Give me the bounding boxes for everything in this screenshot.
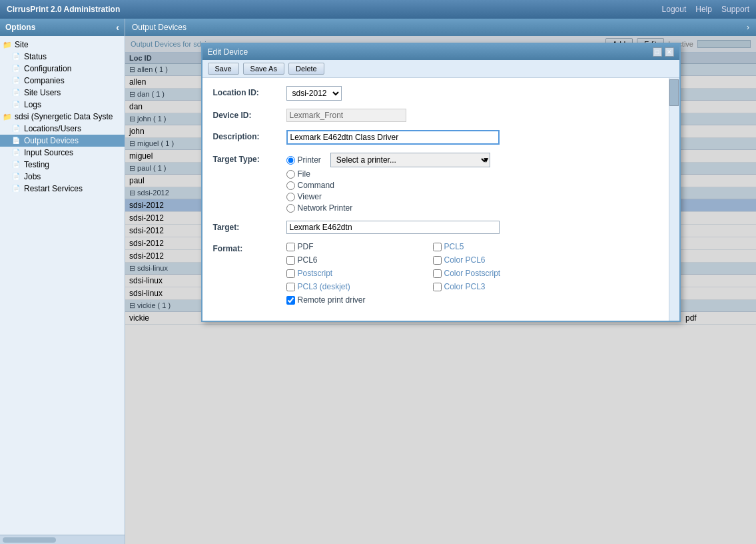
format-postscript-row: Postscript xyxy=(286,269,420,278)
sidebar-item-testing-label: Testing xyxy=(24,160,49,169)
modal-scrollbar-thumb xyxy=(669,79,679,106)
device-id-label: Device ID: xyxy=(213,109,286,120)
format-pcl6-row: PCL6 xyxy=(286,255,420,265)
sidebar-item-testing[interactable]: 📄 Testing xyxy=(0,159,125,171)
radio-printer[interactable] xyxy=(286,156,295,165)
location-id-select[interactable]: sdsi-2012 xyxy=(286,86,342,101)
location-id-control: sdsi-2012 xyxy=(286,86,658,101)
radio-viewer[interactable] xyxy=(286,193,295,201)
radio-network-printer[interactable] xyxy=(286,204,295,213)
target-type-label: Target Type: xyxy=(213,153,286,164)
radio-printer-label: Printer xyxy=(298,155,321,165)
sidebar-item-logs[interactable]: 📄 Logs xyxy=(0,99,125,111)
format-color-postscript-label: Color Postscript xyxy=(444,269,501,278)
format-row: Format: PDF xyxy=(213,242,658,305)
modal-save-button[interactable]: Save xyxy=(208,63,239,75)
description-row: Description: xyxy=(213,130,658,145)
radio-command[interactable] xyxy=(286,181,295,190)
modal-minimize-button[interactable]: □ xyxy=(653,47,662,57)
output-devices-panel: Output Devices for sdsi Add Edit Inactiv… xyxy=(125,36,756,544)
modal-title: Edit Device xyxy=(208,47,248,57)
format-remote-print-driver-row: Remote print driver xyxy=(286,295,566,305)
description-control xyxy=(286,130,658,145)
sidebar-item-input-sources[interactable]: 📄 Input Sources xyxy=(0,147,125,159)
device-id-input[interactable] xyxy=(286,109,406,122)
page-icon: 📄 xyxy=(12,125,23,133)
sidebar-item-status-label: Status xyxy=(24,52,47,61)
radio-viewer-label: Viewer xyxy=(298,192,322,201)
sidebar: Options ‹ 📁 Site 📄 Status 📄 Configuratio… xyxy=(0,19,125,544)
sidebar-header: Options ‹ xyxy=(0,19,125,36)
radio-command-row: Command xyxy=(286,181,490,190)
format-pcl3-row: PCL3 (deskjet) xyxy=(286,282,420,291)
content-header-title: Output Devices xyxy=(132,23,187,32)
sidebar-item-status[interactable]: 📄 Status xyxy=(0,51,125,63)
sidebar-item-site[interactable]: 📁 Site xyxy=(0,39,125,51)
page-icon: 📄 xyxy=(12,101,23,109)
location-id-row: Location ID: sdsi-2012 xyxy=(213,86,658,101)
sidebar-item-locations-users-label: Locations/Users xyxy=(24,124,81,133)
description-label: Description: xyxy=(213,130,286,141)
sidebar-item-site-users[interactable]: 📄 Site Users xyxy=(0,87,125,99)
radio-file-label: File xyxy=(298,169,310,179)
page-icon: 📄 xyxy=(12,173,23,181)
printer-select-row: Select a printer... ▼ xyxy=(330,153,490,167)
sidebar-item-sdsi[interactable]: 📁 sdsi (Synergetic Data Syste xyxy=(0,111,125,123)
format-postscript-label: Postscript xyxy=(298,269,333,278)
radio-file[interactable] xyxy=(286,170,295,179)
folder-icon: 📁 xyxy=(3,41,13,49)
format-color-pcl3-row: Color PCL3 xyxy=(433,282,566,291)
logout-link[interactable]: Logout xyxy=(662,5,687,14)
modal-save-as-button[interactable]: Save As xyxy=(243,63,284,75)
help-link[interactable]: Help xyxy=(695,5,712,14)
page-icon: 📄 xyxy=(12,161,23,169)
format-color-pcl6-label: Color PCL6 xyxy=(444,255,486,265)
checkbox-color-pcl6[interactable] xyxy=(433,256,442,265)
format-grid: PDF PCL5 PCL6 xyxy=(286,242,658,305)
sidebar-collapse-icon[interactable]: ‹ xyxy=(116,22,119,33)
checkbox-remote-print-driver[interactable] xyxy=(286,296,295,305)
radio-network-printer-label: Network Printer xyxy=(298,203,353,213)
sidebar-item-configuration-label: Configuration xyxy=(24,64,71,73)
description-input[interactable] xyxy=(286,130,500,145)
page-icon: 📄 xyxy=(12,77,23,85)
sidebar-item-jobs-label: Jobs xyxy=(24,172,41,181)
checkbox-color-pcl3[interactable] xyxy=(433,283,442,291)
sidebar-scrollbar[interactable] xyxy=(0,535,125,544)
target-label: Target: xyxy=(213,221,286,232)
modal-controls: □ ✕ xyxy=(653,47,674,57)
modal-scrollbar[interactable] xyxy=(669,78,679,321)
checkbox-pcl5[interactable] xyxy=(433,243,442,251)
modal-main-area: Location ID: sdsi-2012 Device ID: xyxy=(202,78,679,321)
checkbox-pcl6[interactable] xyxy=(286,256,295,265)
radio-file-row: File xyxy=(286,169,490,179)
radio-network-printer-row: Network Printer xyxy=(286,203,490,213)
format-pdf-label: PDF xyxy=(298,242,314,251)
sidebar-item-logs-label: Logs xyxy=(24,100,41,109)
format-pcl3-label: PCL3 (deskjet) xyxy=(298,282,350,291)
sidebar-item-companies[interactable]: 📄 Companies xyxy=(0,75,125,87)
sidebar-item-jobs[interactable]: 📄 Jobs xyxy=(0,171,125,183)
sidebar-item-restart-services[interactable]: 📄 Restart Services xyxy=(0,183,125,195)
modal-delete-button[interactable]: Delete xyxy=(288,63,324,75)
checkbox-postscript[interactable] xyxy=(286,269,295,278)
folder-icon: 📁 xyxy=(3,113,13,121)
sidebar-item-locations-users[interactable]: 📄 Locations/Users xyxy=(0,123,125,135)
checkbox-color-postscript[interactable] xyxy=(433,269,442,278)
sidebar-item-site-label: Site xyxy=(15,40,29,49)
app-title: CirrusPrint 2.0 Administration xyxy=(7,5,120,14)
target-type-row: Target Type: Printer xyxy=(213,153,658,213)
sidebar-item-output-devices[interactable]: 📄 Output Devices xyxy=(0,135,125,147)
support-link[interactable]: Support xyxy=(721,5,749,14)
sidebar-item-configuration[interactable]: 📄 Configuration xyxy=(0,63,125,75)
target-type-options: Printer Select a printer... ▼ xyxy=(286,153,658,213)
printer-select[interactable]: Select a printer... xyxy=(330,153,490,167)
checkbox-pdf[interactable] xyxy=(286,243,295,251)
target-input[interactable] xyxy=(286,221,500,234)
modal-close-button[interactable]: ✕ xyxy=(665,47,674,57)
modal-overlay: Edit Device □ ✕ Save Save As Delete xyxy=(125,36,756,544)
format-color-pcl6-row: Color PCL6 xyxy=(433,255,566,265)
page-icon: 📄 xyxy=(12,137,23,145)
radio-command-label: Command xyxy=(298,181,334,190)
checkbox-pcl3[interactable] xyxy=(286,283,295,291)
